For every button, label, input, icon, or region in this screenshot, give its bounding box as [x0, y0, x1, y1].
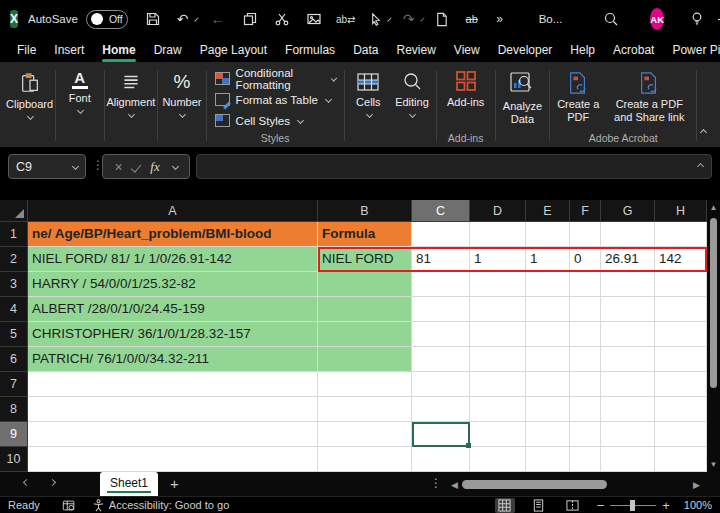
row-header-2[interactable]: 2: [0, 247, 28, 272]
cell-F7[interactable]: [570, 372, 601, 397]
cell-F1[interactable]: [570, 222, 601, 247]
cell-A4[interactable]: ALBERT /28/0/1/0/24.45-159: [28, 297, 318, 322]
lightbulb-icon[interactable]: [686, 7, 708, 31]
row-header-5[interactable]: 5: [0, 322, 28, 347]
cell-C9[interactable]: [412, 422, 470, 447]
cell-F4[interactable]: [570, 297, 601, 322]
tab-draw[interactable]: Draw: [145, 40, 191, 60]
cell-D8[interactable]: [470, 397, 526, 422]
cell-C8[interactable]: [412, 397, 470, 422]
cell-H10[interactable]: [655, 447, 707, 472]
hscroll-right-icon[interactable]: ▶: [693, 480, 700, 490]
cells-group-button[interactable]: Cells: [346, 64, 390, 147]
cell-E1[interactable]: [526, 222, 570, 247]
formula-input[interactable]: [196, 154, 712, 179]
cell-D2[interactable]: 1: [470, 247, 526, 272]
sheet-options-icon[interactable]: ⋮: [430, 476, 442, 490]
scroll-down-icon[interactable]: ▼: [707, 460, 720, 469]
cell-H9[interactable]: [655, 422, 707, 447]
cell-G3[interactable]: [601, 272, 655, 297]
cell-E7[interactable]: [526, 372, 570, 397]
cell-D5[interactable]: [470, 322, 526, 347]
cell-G4[interactable]: [601, 297, 655, 322]
cell-E6[interactable]: [526, 347, 570, 372]
cell-D3[interactable]: [470, 272, 526, 297]
normal-view-button[interactable]: [495, 498, 515, 513]
tab-acrobat[interactable]: Acrobat: [604, 40, 663, 60]
cell-F5[interactable]: [570, 322, 601, 347]
cell-H8[interactable]: [655, 397, 707, 422]
cell-H1[interactable]: [655, 222, 707, 247]
select-all-corner[interactable]: [0, 200, 28, 222]
alignment-group-button[interactable]: Alignment: [106, 64, 155, 147]
cell-F2[interactable]: 0: [570, 247, 601, 272]
cell-E5[interactable]: [526, 322, 570, 347]
row-header-6[interactable]: 6: [0, 347, 28, 372]
cell-G6[interactable]: [601, 347, 655, 372]
cut-icon[interactable]: [271, 7, 293, 31]
cell-C5[interactable]: [412, 322, 470, 347]
col-header-G[interactable]: G: [601, 200, 655, 222]
macro-record-button[interactable]: [40, 499, 76, 512]
cell-E10[interactable]: [526, 447, 570, 472]
create-pdf-share-button[interactable]: Create a PDF and Share link: [604, 64, 694, 124]
touch-mode-icon[interactable]: [365, 7, 387, 31]
analyze-data-button[interactable]: Analyze Data: [497, 64, 547, 147]
cell-F9[interactable]: [570, 422, 601, 447]
row-header-1[interactable]: 1: [0, 222, 28, 247]
cell-D9[interactable]: [470, 422, 526, 447]
cell-D4[interactable]: [470, 297, 526, 322]
cell-C10[interactable]: [412, 447, 470, 472]
cell-G1[interactable]: [601, 222, 655, 247]
prev-sheet-icon[interactable]: [23, 479, 30, 486]
tab-formulas[interactable]: Formulas: [276, 40, 344, 60]
conditional-formatting-button[interactable]: Conditional Formatting: [215, 68, 336, 89]
hscroll-left-icon[interactable]: ◀: [451, 480, 458, 490]
next-sheet-icon[interactable]: [49, 479, 56, 486]
cell-C7[interactable]: [412, 372, 470, 397]
cell-D1[interactable]: [470, 222, 526, 247]
tab-power-pivot[interactable]: Power Pivot: [663, 40, 720, 60]
touch-mode-dropdown-icon[interactable]: [387, 17, 391, 21]
cell-B5[interactable]: [318, 322, 412, 347]
cell-C3[interactable]: [412, 272, 470, 297]
cell-C4[interactable]: [412, 297, 470, 322]
create-pdf-button[interactable]: Create a PDF: [552, 64, 604, 124]
find-replace-icon[interactable]: ab⇄: [335, 7, 357, 31]
cell-A9[interactable]: [28, 422, 318, 447]
zoom-in-icon[interactable]: +: [662, 498, 670, 513]
search-icon[interactable]: [600, 7, 622, 31]
zoom-slider-thumb[interactable]: [630, 500, 635, 511]
cell-B4[interactable]: [318, 297, 412, 322]
cell-E8[interactable]: [526, 397, 570, 422]
cancel-entry-icon[interactable]: ×: [114, 159, 122, 175]
new-document-icon[interactable]: [431, 7, 453, 31]
cell-H4[interactable]: [655, 297, 707, 322]
col-header-C[interactable]: C: [412, 200, 470, 222]
collapse-ribbon-button[interactable]: [699, 121, 714, 147]
cell-G10[interactable]: [601, 447, 655, 472]
row-header-10[interactable]: 10: [0, 447, 28, 472]
row-header-7[interactable]: 7: [0, 372, 28, 397]
font-group-button[interactable]: A Font: [58, 64, 102, 147]
cell-G2[interactable]: 26.91: [601, 247, 655, 272]
col-header-A[interactable]: A: [28, 200, 318, 222]
cell-D6[interactable]: [470, 347, 526, 372]
autosave-toggle[interactable]: Off: [86, 10, 128, 29]
editing-group-button[interactable]: Editing: [390, 64, 434, 147]
fx-dropdown-icon[interactable]: [171, 163, 178, 170]
zoom-out-icon[interactable]: −: [597, 498, 605, 513]
zoom-level[interactable]: 100%: [684, 499, 712, 511]
tab-page-layout[interactable]: Page Layout: [191, 40, 276, 60]
tab-insert[interactable]: Insert: [45, 40, 93, 60]
save-icon[interactable]: [142, 7, 164, 31]
cell-A5[interactable]: CHRISTOPHER/ 36/1/0/1/28.32-157: [28, 322, 318, 347]
confirm-entry-icon[interactable]: [131, 161, 142, 173]
insert-function-icon[interactable]: fx: [150, 159, 159, 175]
cell-styles-button[interactable]: Cell Styles: [215, 110, 336, 131]
cell-H7[interactable]: [655, 372, 707, 397]
number-group-button[interactable]: % Number: [160, 64, 204, 147]
cell-F10[interactable]: [570, 447, 601, 472]
cell-B9[interactable]: [318, 422, 412, 447]
cell-C6[interactable]: [412, 347, 470, 372]
